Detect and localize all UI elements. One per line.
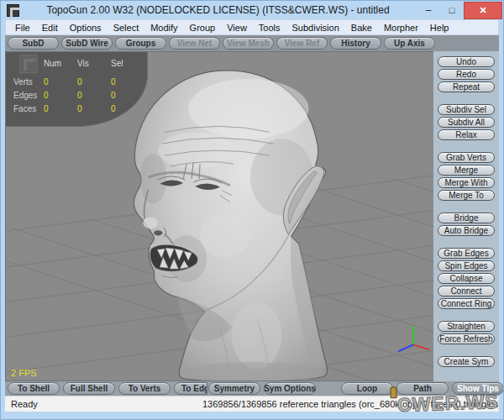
maximize-icon[interactable]: □ — [440, 1, 464, 19]
history-button[interactable]: History — [330, 37, 381, 50]
stats-verts-vis: 0 — [77, 75, 111, 88]
bottom-toolbar: To Shell Full Shell To Verts To Edge Sym… — [5, 381, 499, 396]
menu-options[interactable]: Options — [64, 23, 108, 33]
groups-button[interactable]: Groups — [115, 37, 166, 50]
auto-bridge-button[interactable]: Auto Bridge — [438, 225, 495, 236]
spin-edges-button[interactable]: Spin Edges — [438, 260, 495, 271]
viewport-3d[interactable]: Num Vis Sel Verts 0 0 0 Edges 0 0 0 Face… — [5, 51, 435, 381]
menu-group[interactable]: Group — [184, 23, 222, 33]
collapse-button[interactable]: Collapse — [438, 273, 495, 284]
menu-morpher[interactable]: Morpher — [378, 23, 424, 33]
full-shell-button[interactable]: Full Shell — [63, 382, 115, 395]
menu-select[interactable]: Select — [108, 23, 145, 33]
view-net-button[interactable]: View Net — [169, 37, 220, 50]
stats-edges-sel: 0 — [111, 88, 143, 102]
merge-with-button[interactable]: Merge With — [438, 177, 495, 188]
merge-button[interactable]: Merge — [438, 165, 495, 176]
stats-verts-sel: 0 — [111, 75, 143, 88]
bridge-button[interactable]: Bridge — [438, 213, 495, 223]
straighten-button[interactable]: Straighten — [438, 321, 495, 332]
topogun-logo-watermark — [19, 55, 38, 73]
subd-wire-button[interactable]: SubD Wire — [61, 37, 113, 50]
orc-head-model — [134, 71, 327, 381]
to-shell-button[interactable]: To Shell — [8, 382, 60, 395]
menu-edit[interactable]: Edit — [36, 23, 64, 33]
show-tips-button[interactable]: Show Tips — [452, 382, 504, 395]
stats-row-label: Edges — [13, 88, 44, 102]
path-button[interactable]: Path — [396, 382, 449, 395]
force-refresh-button[interactable]: Force Refresh — [438, 333, 495, 344]
merge-to-button[interactable]: Merge To — [438, 190, 495, 201]
stats-row-label: Faces — [13, 102, 44, 115]
stats-verts-num: 0 — [44, 75, 77, 88]
top-toolbar: SubD SubD Wire Groups View Net View Mesh… — [5, 35, 499, 51]
stats-row-label: Verts — [13, 75, 44, 88]
axis-gizmo-icon — [398, 326, 429, 351]
undo-button[interactable]: Undo — [438, 56, 495, 67]
menu-file[interactable]: File — [9, 23, 36, 33]
minimize-icon[interactable]: – — [417, 1, 440, 19]
stats-faces-sel: 0 — [111, 102, 143, 115]
tools-sidebar: Undo Redo Repeat Subdiv Sel Subdiv All R… — [433, 51, 499, 381]
relax-button[interactable]: Relax — [438, 129, 495, 140]
menu-help[interactable]: Help — [424, 23, 455, 33]
close-icon[interactable]: ✕ — [464, 2, 502, 19]
menu-tools[interactable]: Tools — [253, 23, 286, 33]
stats-col-sel: Sel — [111, 51, 143, 75]
redo-button[interactable]: Redo — [438, 69, 495, 80]
main-area: Num Vis Sel Verts 0 0 0 Edges 0 0 0 Face… — [5, 51, 499, 381]
stats-edges-vis: 0 — [77, 88, 111, 102]
view-ref-button[interactable]: View Ref — [276, 37, 328, 50]
connect-button[interactable]: Connect — [438, 286, 495, 297]
grab-verts-button[interactable]: Grab Verts — [438, 152, 495, 163]
sym-options-button[interactable]: Sym Options — [264, 382, 316, 395]
menu-subdivision[interactable]: Subdivision — [286, 23, 345, 33]
grab-edges-button[interactable]: Grab Edges — [438, 248, 495, 259]
stats-col-vis: Vis — [77, 51, 111, 75]
to-verts-button[interactable]: To Verts — [118, 382, 171, 395]
status-state: Ready — [5, 399, 202, 409]
titlebar: TopoGun 2.00 W32 (NODELOCKED LICENSE) (I… — [1, 1, 503, 19]
app-window: TopoGun 2.00 W32 (NODELOCKED LICENSE) (I… — [0, 0, 504, 420]
repeat-button[interactable]: Repeat — [438, 81, 495, 92]
subdiv-sel-button[interactable]: Subdiv Sel — [438, 104, 495, 115]
status-message: 1369856/1369856 reference triangles (orc… — [202, 399, 499, 409]
symmetry-button[interactable]: Symmetry — [208, 382, 260, 395]
menu-bar: File Edit Options Select Modify Group Vi… — [5, 19, 499, 35]
stats-faces-num: 0 — [44, 102, 77, 115]
stats-edges-num: 0 — [44, 88, 77, 102]
view-mesh-button[interactable]: View Mesh — [223, 37, 274, 50]
window-controls: – □ ✕ — [417, 1, 503, 19]
window-title: TopoGun 2.00 W32 (NODELOCKED LICENSE) (I… — [19, 4, 417, 16]
fps-counter: 2 FPS — [11, 368, 37, 378]
status-bar: Ready 1369856/1369856 reference triangle… — [5, 396, 499, 412]
menu-bake[interactable]: Bake — [345, 23, 378, 33]
stats-faces-vis: 0 — [77, 102, 111, 115]
subdiv-all-button[interactable]: Subdiv All — [438, 117, 495, 128]
subd-button[interactable]: SubD — [8, 37, 59, 50]
create-sym-button[interactable]: Create Sym — [438, 356, 495, 367]
stats-col-num: Num — [44, 51, 77, 75]
menu-modify[interactable]: Modify — [144, 23, 183, 33]
up-axis-button[interactable]: Up Axis — [384, 37, 435, 50]
loop-button[interactable]: Loop — [341, 382, 393, 395]
app-logo-icon — [7, 4, 19, 17]
menu-view[interactable]: View — [221, 23, 253, 33]
connect-ring-button[interactable]: Connect Ring — [438, 298, 495, 309]
resize-grip[interactable] — [487, 400, 497, 410]
to-edge-button[interactable]: To Edge — [174, 382, 207, 395]
